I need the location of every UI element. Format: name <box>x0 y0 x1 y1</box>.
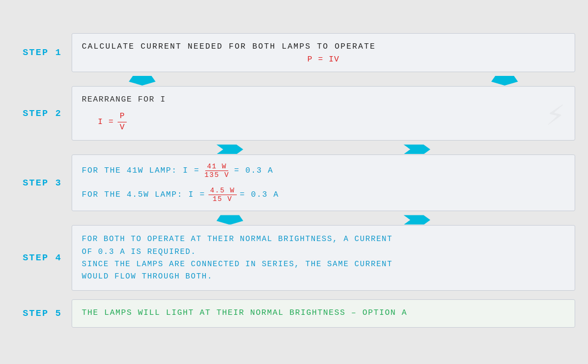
step5-label: STEP 5 <box>13 299 72 328</box>
step2-fraction: P V <box>118 111 127 133</box>
step1-box: CALCULATE CURRENT NEEDED FOR BOTH LAMPS … <box>72 33 575 72</box>
step3-line2: FOR THE 4.5W LAMP: I = 4.5 W 15 V = 0.3 … <box>82 187 565 203</box>
step3-row: STEP 3 FOR THE 41W LAMP: I = 41 W 135 V … <box>13 154 575 211</box>
hex-arrow-right-3 <box>404 215 430 224</box>
step1-formula-text: P = IV <box>307 55 339 64</box>
step4-label: STEP 4 <box>13 225 72 291</box>
step5-row: STEP 5 THE LAMPS WILL LIGHT AT THEIR NOR… <box>13 299 575 328</box>
step3-frac2-den: 15 V <box>211 195 234 203</box>
connector-3-4 <box>13 214 575 225</box>
hex-arrow-right <box>404 144 430 154</box>
arrows-3-4 <box>72 214 575 225</box>
step4-box: FOR BOTH TO OPERATE AT THEIR NORMAL BRIG… <box>72 225 575 291</box>
hex-arrow-left <box>216 144 243 154</box>
step3-frac1: 41 W 135 V <box>203 162 231 179</box>
step3-frac1-num: 41 W <box>205 162 228 171</box>
step2-box: REARRANGE FOR I I = P V ⚡ <box>72 86 575 141</box>
connector-arrow-left-3 <box>216 215 243 224</box>
arrow-right-3 <box>404 214 430 225</box>
connector-4-5 <box>13 294 575 299</box>
arrow-right-1 <box>491 75 518 86</box>
step3-frac2-num: 4.5 W <box>208 187 237 195</box>
step3-line1: FOR THE 41W LAMP: I = 41 W 135 V = 0.3 A <box>82 162 565 179</box>
step5-box: THE LAMPS WILL LIGHT AT THEIR NORMAL BRI… <box>72 299 575 328</box>
step4-text2: OF 0.3 A IS REQUIRED. <box>82 246 565 258</box>
step3-line2-prefix: FOR THE 4.5W LAMP: I = <box>82 189 205 202</box>
connector-2-3 <box>13 144 575 154</box>
step5-text: THE LAMPS WILL LIGHT AT THEIR NORMAL BRI… <box>82 307 565 320</box>
step4-text4: WOULD FLOW THROUGH BOTH. <box>82 270 565 283</box>
step4-text1: FOR BOTH TO OPERATE AT THEIR NORMAL BRIG… <box>82 233 565 245</box>
step2-formula: I = P V <box>98 111 565 133</box>
step3-line2-suffix: = 0.3 A <box>240 189 280 202</box>
step2-label: STEP 2 <box>13 86 72 141</box>
step4-text3: SINCE THE LAMPS ARE CONNECTED IN SERIES,… <box>82 258 565 270</box>
step2-title: REARRANGE FOR I <box>82 94 565 106</box>
step1-formula: P = IV <box>82 55 565 64</box>
arrow-left-1 <box>129 75 156 86</box>
connector-1-2 <box>13 75 575 86</box>
arrows-1-2 <box>72 75 575 86</box>
step1-label: STEP 1 <box>13 33 72 72</box>
arrow-left-3 <box>216 214 243 225</box>
step3-label: STEP 3 <box>13 154 72 211</box>
step2-formula-i: I = <box>98 118 114 127</box>
step1-row: STEP 1 CALCULATE CURRENT NEEDED FOR BOTH… <box>13 33 575 72</box>
step2-row: STEP 2 REARRANGE FOR I I = P V ⚡ <box>13 86 575 141</box>
step3-frac1-den: 135 V <box>203 171 231 179</box>
arrow-right-2 <box>404 144 430 154</box>
arrow-left-2 <box>216 144 243 154</box>
step3-box: FOR THE 41W LAMP: I = 41 W 135 V = 0.3 A… <box>72 154 575 211</box>
arrow-shape-left-1 <box>129 76 156 86</box>
step1-title: CALCULATE CURRENT NEEDED FOR BOTH LAMPS … <box>82 41 565 53</box>
step3-line1-prefix: FOR THE 41W LAMP: I = <box>82 165 200 177</box>
step4-row: STEP 4 FOR BOTH TO OPERATE AT THEIR NORM… <box>13 225 575 291</box>
step3-line1-suffix: = 0.3 A <box>234 165 274 177</box>
step2-denominator: V <box>118 122 127 133</box>
arrow-shape-right-1 <box>491 76 518 86</box>
arrows-2-3 <box>72 144 575 154</box>
step3-frac2: 4.5 W 15 V <box>208 187 237 203</box>
step2-numerator: P <box>118 111 127 122</box>
